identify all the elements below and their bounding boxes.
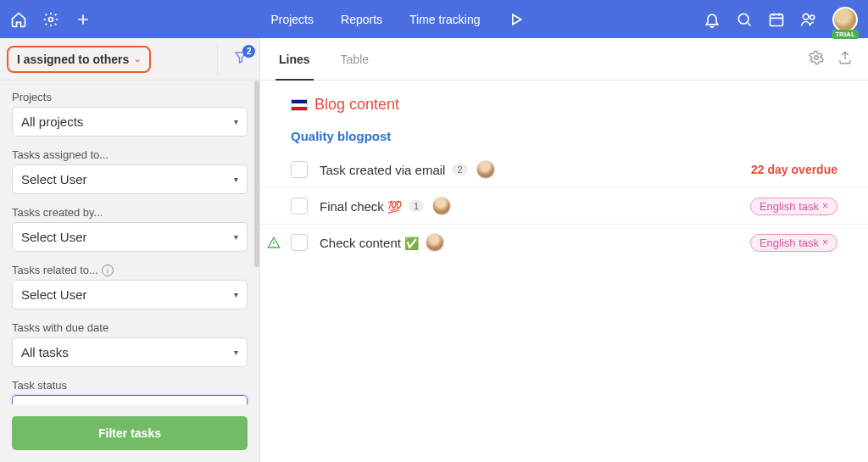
- task-tag[interactable]: English task×: [750, 234, 837, 252]
- caret-icon: ▾: [234, 175, 238, 184]
- task-checkbox[interactable]: [291, 198, 308, 214]
- main-panel: Lines Table Blog content Quality blogpos…: [260, 38, 868, 462]
- svg-point-0: [49, 17, 53, 21]
- filter-funnel-button[interactable]: 2: [233, 50, 248, 68]
- task-status-select[interactable]: Incomplete tasks▾: [12, 395, 248, 404]
- caret-icon: ▾: [234, 117, 238, 126]
- users-icon[interactable]: [800, 11, 817, 28]
- calendar-icon[interactable]: [768, 11, 785, 28]
- projects-select[interactable]: All projects▾: [12, 107, 248, 136]
- field-label: Tasks with due date: [12, 321, 248, 334]
- emoji-icon: ✅: [404, 237, 419, 250]
- task-checkbox[interactable]: [291, 161, 308, 178]
- assignee-avatar[interactable]: [476, 160, 495, 179]
- bell-icon[interactable]: [704, 11, 721, 28]
- task-name: Task created via email: [320, 163, 445, 177]
- avatar: [832, 7, 858, 32]
- task-name: Check content ✅: [320, 236, 419, 250]
- user-avatar[interactable]: TRIAL: [832, 7, 858, 32]
- group-title[interactable]: Quality blogpost: [291, 129, 837, 143]
- filter-tasks-button[interactable]: Filter tasks: [12, 416, 248, 450]
- field-label: Task status: [12, 379, 248, 392]
- assigned-to-select[interactable]: Select User▾: [12, 164, 248, 194]
- project-name: Blog content: [314, 96, 399, 114]
- svg-point-2: [738, 14, 748, 24]
- created-by-select[interactable]: Select User▾: [12, 222, 248, 252]
- related-to-select[interactable]: Select User▾: [12, 280, 248, 309]
- task-row[interactable]: Task created via email 2 22 day overdue: [260, 152, 868, 188]
- task-row[interactable]: Final check 💯 1 English task×: [260, 188, 868, 225]
- emoji-icon: 💯: [387, 200, 402, 214]
- gear-icon[interactable]: [42, 11, 59, 28]
- remove-tag-icon[interactable]: ×: [822, 200, 828, 212]
- tab-lines[interactable]: Lines: [275, 38, 314, 80]
- remove-tag-icon[interactable]: ×: [822, 237, 828, 248]
- due-date-select[interactable]: All tasks▾: [12, 337, 248, 367]
- filter-sidebar: I assigned to others ⌄ 2 Projects All pr…: [0, 38, 260, 462]
- search-icon[interactable]: [736, 11, 753, 28]
- info-icon[interactable]: i: [102, 264, 114, 276]
- task-name: Final check 💯: [320, 199, 402, 214]
- settings-icon[interactable]: [809, 50, 824, 68]
- svg-rect-3: [771, 14, 783, 25]
- top-bar: Projects Reports Time tracking TRIAL: [0, 0, 868, 38]
- task-count-badge: 2: [452, 164, 467, 175]
- task-count-badge: 1: [409, 200, 424, 212]
- task-checkbox[interactable]: [291, 234, 308, 251]
- filter-scope-label: I assigned to others: [17, 53, 129, 66]
- task-row[interactable]: Check content ✅ English task×: [260, 225, 868, 260]
- chevron-down-icon: ⌄: [134, 54, 141, 64]
- svg-point-5: [810, 15, 815, 19]
- flag-icon: [291, 99, 308, 111]
- caret-icon: ▾: [234, 290, 238, 299]
- task-tag[interactable]: English task×: [750, 198, 837, 215]
- filter-bar: I assigned to others ⌄ 2: [0, 38, 259, 81]
- svg-point-4: [803, 14, 809, 19]
- home-icon[interactable]: [10, 11, 27, 28]
- tab-table[interactable]: Table: [337, 38, 372, 80]
- nav-reports[interactable]: Reports: [341, 13, 382, 26]
- overdue-label: 22 day overdue: [751, 163, 837, 176]
- filter-count-badge: 2: [242, 45, 255, 58]
- play-icon[interactable]: [508, 11, 525, 28]
- field-label: Tasks created by...: [12, 206, 248, 219]
- caret-icon: ▾: [234, 232, 238, 242]
- field-label: Tasks assigned to...: [12, 148, 248, 161]
- svg-point-6: [815, 56, 819, 60]
- caret-icon: ▾: [234, 348, 238, 357]
- field-label: Tasks related to...i: [12, 264, 248, 276]
- nav-projects[interactable]: Projects: [270, 13, 314, 26]
- svg-marker-1: [512, 14, 520, 25]
- export-icon[interactable]: [837, 50, 853, 68]
- field-label: Projects: [12, 91, 248, 103]
- project-title[interactable]: Blog content: [291, 96, 837, 114]
- filter-scope-dropdown[interactable]: I assigned to others ⌄: [7, 46, 151, 73]
- assignee-avatar[interactable]: [426, 233, 444, 252]
- assignee-avatar[interactable]: [432, 197, 451, 215]
- scrollbar[interactable]: [254, 81, 259, 267]
- divider: [217, 43, 218, 75]
- trial-badge: TRIAL: [832, 30, 859, 39]
- plus-icon[interactable]: [75, 11, 92, 28]
- nav-time-tracking[interactable]: Time tracking: [409, 13, 481, 26]
- warning-icon: [267, 236, 281, 249]
- tabs-row: Lines Table: [260, 38, 868, 81]
